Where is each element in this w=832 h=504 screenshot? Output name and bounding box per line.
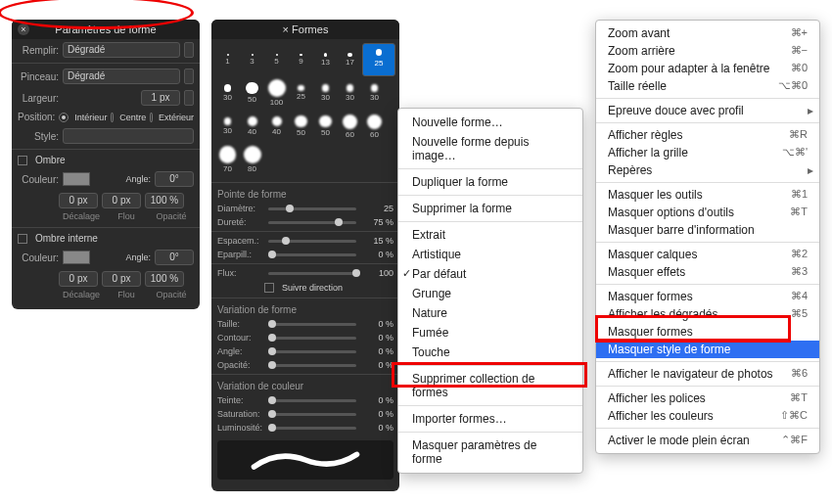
panel-header[interactable]: × Formes <box>211 20 399 39</box>
menu-item[interactable]: Masquer formes⌘4 <box>596 288 819 305</box>
opacity-slider[interactable] <box>268 364 356 367</box>
shadow-opacity-input[interactable]: 100 % <box>145 193 184 208</box>
menu-item[interactable]: Activer le mode plein écran⌃⌘F <box>596 432 819 449</box>
style-select[interactable] <box>63 128 194 144</box>
brush-preset[interactable]: 25 <box>289 76 313 110</box>
hardness-slider[interactable] <box>268 221 356 224</box>
brush-preset[interactable]: 9 <box>289 43 313 76</box>
brush-select[interactable]: Dégradé <box>63 69 180 84</box>
shadow-offset-input[interactable]: 0 px <box>59 193 98 208</box>
menu-item[interactable]: Zoom pour adapter à la fenêtre⌘0 <box>596 60 819 77</box>
position-inner-radio[interactable] <box>59 113 69 122</box>
inner-offset-input[interactable]: 0 px <box>59 271 98 287</box>
brush-stepper[interactable] <box>184 69 194 84</box>
diameter-slider[interactable] <box>268 207 356 210</box>
menu-item[interactable]: Masquer barre d'information <box>596 221 819 239</box>
width-stepper[interactable] <box>184 90 194 106</box>
inner-shadow-angle-input[interactable]: 0° <box>155 250 194 265</box>
menu-item[interactable]: Afficher les couleurs⇧⌘C <box>596 407 819 425</box>
inner-shadow-checkbox[interactable] <box>18 234 27 244</box>
menu-item[interactable]: Touche <box>398 343 582 362</box>
shadow-angle-input[interactable]: 0° <box>155 171 194 187</box>
menu-item[interactable]: Par défaut <box>398 264 582 284</box>
brush-preset[interactable]: 60 <box>362 110 387 143</box>
brush-preset[interactable]: 50 <box>313 110 338 143</box>
follow-checkbox[interactable] <box>264 283 274 293</box>
fill-stepper[interactable] <box>184 42 194 58</box>
brush-preset[interactable]: 40 <box>240 110 264 143</box>
scatter-slider[interactable] <box>268 253 356 256</box>
menu-item[interactable]: Dupliquer la forme <box>398 172 582 192</box>
menu-item[interactable]: Masquer les outils⌘1 <box>596 186 819 204</box>
brush-preset[interactable]: 30 <box>215 110 240 143</box>
brush-preset[interactable]: 1 <box>215 43 240 76</box>
width-input[interactable]: 1 px <box>141 90 180 106</box>
menu-item[interactable]: Importer formes… <box>398 409 582 429</box>
brush-preset[interactable]: 17 <box>338 43 362 76</box>
saturation-slider[interactable] <box>268 413 356 416</box>
menu-item[interactable]: Fumée <box>398 323 582 343</box>
menu-item[interactable]: Afficher le navigateur de photos⌘6 <box>596 365 819 383</box>
brush-preset[interactable]: 100 <box>264 76 289 110</box>
menu-item[interactable]: Epreuve douce avec profil <box>596 102 819 119</box>
menu-item[interactable]: Grunge <box>398 284 582 303</box>
menu-item[interactable]: Masquer formes <box>596 323 819 341</box>
menu-item[interactable]: Supprimer la forme <box>398 199 582 218</box>
brush-preset[interactable]: 50 <box>240 76 264 110</box>
brush-preset[interactable]: 70 <box>215 143 240 176</box>
hue-slider[interactable] <box>268 399 356 402</box>
menu-item[interactable]: Masquer effets⌘3 <box>596 263 819 281</box>
menu-item[interactable]: Masquer paramètres de forme <box>398 435 582 469</box>
brush-context-menu[interactable]: Nouvelle forme…Nouvelle forme depuis ima… <box>397 108 583 474</box>
menu-item[interactable]: Masquer calques⌘2 <box>596 246 819 263</box>
menu-item[interactable]: Afficher la grille⌥⌘' <box>596 144 819 161</box>
flux-slider[interactable] <box>268 272 356 275</box>
menu-item[interactable]: Repères <box>596 161 819 179</box>
brush-preset[interactable]: 25 <box>362 43 395 76</box>
inner-blur-input[interactable]: 0 px <box>102 271 141 287</box>
brush-preset[interactable]: 3 <box>240 43 264 76</box>
fill-label: Remplir: <box>18 45 59 56</box>
spacing-slider[interactable] <box>268 240 356 243</box>
menu-item[interactable]: Nouvelle forme depuis image… <box>398 132 582 165</box>
menu-item[interactable]: Supprimer collection de formes <box>398 369 582 402</box>
brush-preset[interactable]: 30 <box>313 76 338 110</box>
brush-preset[interactable]: 60 <box>338 110 362 143</box>
brush-preset[interactable]: 80 <box>240 143 264 176</box>
shadow-blur-input[interactable]: 0 px <box>102 193 141 208</box>
position-center-radio[interactable] <box>111 113 114 122</box>
menu-item[interactable]: Afficher les dégradés⌘5 <box>596 305 819 323</box>
menu-item[interactable]: Afficher les polices⌘T <box>596 389 819 407</box>
menu-item[interactable]: Afficher règles⌘R <box>596 126 819 144</box>
menu-item[interactable]: Nouvelle forme… <box>398 113 582 132</box>
brush-preset[interactable]: 40 <box>264 110 289 143</box>
shadow-color-swatch[interactable] <box>63 172 90 186</box>
view-menu[interactable]: Zoom avant⌘+Zoom arrière⌘−Zoom pour adap… <box>595 20 820 454</box>
menu-item[interactable]: Artistique <box>398 245 582 264</box>
brush-preset[interactable]: 30 <box>338 76 362 110</box>
menu-item[interactable]: Masquer options d'outils⌘T <box>596 204 819 221</box>
brush-preset[interactable]: 30 <box>215 76 240 110</box>
close-icon[interactable]: × <box>283 23 289 35</box>
brush-preset[interactable]: 13 <box>313 43 338 76</box>
inner-shadow-color-swatch[interactable] <box>63 251 90 264</box>
angle-slider[interactable] <box>268 350 356 353</box>
position-outer-radio[interactable] <box>150 113 153 122</box>
contour-slider[interactable] <box>268 337 356 340</box>
menu-item[interactable]: Extrait <box>398 225 582 245</box>
close-icon[interactable]: × <box>18 23 29 35</box>
brush-preset[interactable]: 30 <box>362 76 387 110</box>
luminosity-slider[interactable] <box>268 427 356 430</box>
menu-item[interactable]: Nature <box>398 303 582 323</box>
menu-item[interactable]: Zoom arrière⌘− <box>596 42 819 60</box>
panel-header[interactable]: × Paramètres de forme <box>12 20 200 39</box>
menu-item[interactable]: Zoom avant⌘+ <box>596 24 819 42</box>
brush-preset[interactable]: 5 <box>264 43 289 76</box>
size-slider[interactable] <box>268 323 356 326</box>
shadow-checkbox[interactable] <box>18 156 27 165</box>
brush-preset[interactable]: 50 <box>289 110 313 143</box>
fill-select[interactable]: Dégradé <box>63 42 180 58</box>
inner-opacity-input[interactable]: 100 % <box>145 271 184 287</box>
menu-item[interactable]: Masquer style de forme <box>596 341 819 358</box>
menu-item[interactable]: Taille réelle⌥⌘0 <box>596 77 819 95</box>
